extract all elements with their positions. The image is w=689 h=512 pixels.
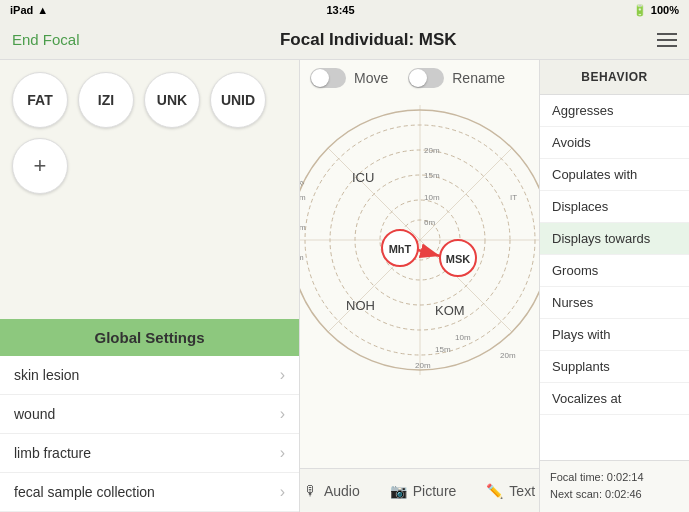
- individual-IZI[interactable]: IZI: [78, 72, 134, 128]
- move-toggle[interactable]: [310, 68, 346, 88]
- svg-text:ICU: ICU: [352, 170, 374, 185]
- right-panel: BEHAVIOR Aggresses Avoids Copulates with…: [539, 60, 689, 512]
- individual-FAT[interactable]: FAT: [12, 72, 68, 128]
- audio-label: Audio: [324, 483, 360, 499]
- menu-line-2: [657, 39, 677, 41]
- global-settings-header: Global Settings: [0, 319, 299, 356]
- settings-label: fecal sample collection: [14, 484, 155, 500]
- svg-text:MSK: MSK: [445, 253, 470, 265]
- carrier: iPad: [10, 4, 33, 16]
- radar-container: 6m 10m 15m 20m IT ICU NOH KOM MhT MSK: [300, 100, 539, 380]
- svg-line-22: [418, 250, 440, 256]
- bottom-toolbar: 🎙 Audio 📷 Picture ✏️ Text: [300, 468, 539, 512]
- time-info: Focal time: 0:02:14 Next scan: 0:02:46: [540, 460, 689, 512]
- individual-UNK[interactable]: UNK: [144, 72, 200, 128]
- behavior-aggresses[interactable]: Aggresses: [540, 95, 689, 127]
- chevron-icon: ›: [280, 444, 285, 462]
- left-sidebar: FAT IZI UNK UNID + Global Settings skin …: [0, 60, 300, 512]
- text-label: Text: [509, 483, 535, 499]
- svg-text:10m: 10m: [455, 333, 471, 342]
- individuals-section: FAT IZI UNK UNID +: [0, 60, 299, 319]
- camera-icon: 📷: [390, 483, 407, 499]
- behavior-copulates[interactable]: Copulates with: [540, 159, 689, 191]
- status-time: 13:45: [326, 4, 354, 16]
- nav-title: Focal Individual: MSK: [280, 30, 457, 50]
- menu-line-3: [657, 45, 677, 47]
- menu-icon[interactable]: [657, 33, 677, 47]
- behavior-supplants[interactable]: Supplants: [540, 351, 689, 383]
- behavior-displaces[interactable]: Displaces: [540, 191, 689, 223]
- settings-label: limb fracture: [14, 445, 91, 461]
- focal-time: Focal time: 0:02:14: [550, 469, 679, 487]
- rename-toggle-group: Rename: [408, 68, 505, 88]
- rename-label: Rename: [452, 70, 505, 86]
- individual-UNID[interactable]: UNID: [210, 72, 266, 128]
- wifi-icon: ▲: [37, 4, 48, 16]
- svg-text:IT: IT: [510, 193, 517, 202]
- settings-item-wound[interactable]: wound ›: [0, 395, 299, 434]
- nav-bar: End Focal Focal Individual: MSK: [0, 20, 689, 60]
- svg-text:6m: 6m: [424, 218, 435, 227]
- move-toggle-group: Move: [310, 68, 388, 88]
- settings-label: wound: [14, 406, 55, 422]
- individuals-row-2: +: [12, 138, 287, 194]
- toggle-knob: [311, 69, 329, 87]
- svg-text:20m: 20m: [415, 361, 431, 370]
- add-individual-button[interactable]: +: [12, 138, 68, 194]
- svg-text:15m: 15m: [435, 345, 451, 354]
- chevron-icon: ›: [280, 405, 285, 423]
- svg-text:10m: 10m: [300, 223, 305, 232]
- status-bar: iPad ▲ 13:45 🔋 100%: [0, 0, 689, 20]
- audio-button[interactable]: 🎙 Audio: [304, 483, 360, 499]
- svg-text:MhT: MhT: [388, 243, 411, 255]
- settings-label: skin lesion: [14, 367, 79, 383]
- svg-text:15m: 15m: [300, 193, 305, 202]
- settings-item-fecal[interactable]: fecal sample collection ›: [0, 473, 299, 512]
- status-left: iPad ▲: [10, 4, 48, 16]
- behavior-header: BEHAVIOR: [540, 60, 689, 95]
- status-right: 🔋 100%: [633, 4, 679, 17]
- chevron-icon: ›: [280, 483, 285, 501]
- next-scan: Next scan: 0:02:46: [550, 486, 679, 504]
- behavior-vocalizes[interactable]: Vocalizes at: [540, 383, 689, 415]
- svg-text:20m: 20m: [500, 351, 516, 360]
- behavior-plays[interactable]: Plays with: [540, 319, 689, 351]
- text-button[interactable]: ✏️ Text: [486, 483, 535, 499]
- battery-icon: 🔋: [633, 4, 647, 17]
- pencil-icon: ✏️: [486, 483, 503, 499]
- individuals-row-1: FAT IZI UNK UNID: [12, 72, 287, 128]
- center-area: Move Rename: [300, 60, 539, 512]
- svg-text:20m: 20m: [300, 253, 303, 262]
- svg-text:KOM: KOM: [435, 303, 465, 318]
- chevron-icon: ›: [280, 366, 285, 384]
- svg-text:15m: 15m: [424, 171, 440, 180]
- end-focal-button[interactable]: End Focal: [12, 31, 80, 48]
- behavior-list: Aggresses Avoids Copulates with Displace…: [540, 95, 689, 460]
- svg-text:10m: 10m: [424, 193, 440, 202]
- move-label: Move: [354, 70, 388, 86]
- radar-chart: 6m 10m 15m 20m IT ICU NOH KOM MhT MSK: [300, 100, 539, 380]
- toggle-bar: Move Rename: [310, 68, 505, 88]
- behavior-grooms[interactable]: Grooms: [540, 255, 689, 287]
- behavior-displays[interactable]: Displays towards: [540, 223, 689, 255]
- settings-list: skin lesion › wound › limb fracture › fe…: [0, 356, 299, 512]
- main-layout: FAT IZI UNK UNID + Global Settings skin …: [0, 60, 689, 512]
- behavior-nurses[interactable]: Nurses: [540, 287, 689, 319]
- rename-toggle[interactable]: [408, 68, 444, 88]
- svg-text:20m: 20m: [424, 146, 440, 155]
- toggle-knob: [409, 69, 427, 87]
- menu-line-1: [657, 33, 677, 35]
- picture-button[interactable]: 📷 Picture: [390, 483, 457, 499]
- settings-item-skin-lesion[interactable]: skin lesion ›: [0, 356, 299, 395]
- picture-label: Picture: [413, 483, 457, 499]
- microphone-icon: 🎙: [304, 483, 318, 499]
- behavior-avoids[interactable]: Avoids: [540, 127, 689, 159]
- svg-text:NOH: NOH: [346, 298, 375, 313]
- battery-level: 100%: [651, 4, 679, 16]
- settings-item-limb-fracture[interactable]: limb fracture ›: [0, 434, 299, 473]
